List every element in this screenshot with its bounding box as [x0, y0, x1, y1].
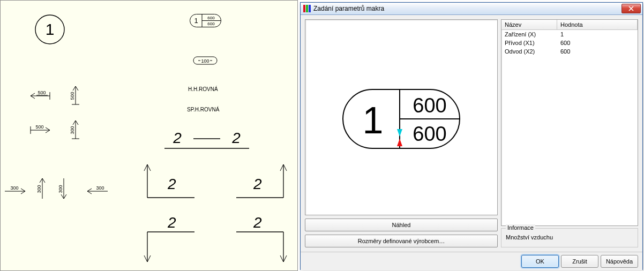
info-groupbox: Informace Množství vzduchu [501, 228, 638, 247]
svg-text:2: 2 [231, 130, 241, 146]
param-value[interactable]: 600 [557, 47, 638, 56]
svg-text:2: 2 [253, 214, 262, 231]
svg-text:300: 300 [70, 126, 75, 134]
arrow-500-left: 500 [25, 88, 55, 103]
svg-text:600: 600 [207, 21, 215, 26]
arrow-300-vert-b: 300 [55, 175, 68, 202]
ok-button[interactable]: OK [521, 255, 559, 268]
svg-text:300: 300 [96, 185, 104, 191]
dialog-footer: OK Zrušit Nápověda [301, 252, 642, 270]
param-name: Odvod (X2) [501, 47, 557, 56]
manufacturer-dimensions-button[interactable]: Rozměry definované výrobcem… [305, 235, 498, 247]
svg-text:2: 2 [167, 214, 176, 231]
label-hh-rovna: H.H.ROVNÁ [188, 86, 218, 92]
dialog-titlebar[interactable]: Zadání parametrů makra [301, 3, 642, 15]
svg-rect-49 [306, 5, 308, 12]
dialog-title: Zadání parametrů makra [313, 5, 384, 12]
preview-device-number: 1 [363, 100, 384, 141]
svg-marker-57 [397, 129, 402, 137]
grid-header-name[interactable]: Název [501, 20, 557, 29]
preview-bottom-value: 600 [413, 123, 446, 145]
svg-marker-56 [397, 139, 402, 146]
symbol-pill-1-600-600: 1 600 600 [189, 13, 222, 29]
grid-row[interactable]: Přívod (X1) 600 [501, 39, 638, 47]
svg-text:300: 300 [10, 185, 18, 191]
param-name: Přívod (X1) [501, 39, 557, 47]
section-arrow-up-right: 2 [231, 159, 290, 202]
svg-text:500: 500 [38, 90, 46, 95]
preview-top-value: 600 [413, 94, 446, 117]
macro-parameters-dialog: Zadání parametrů makra 1 600 600 [300, 2, 643, 270]
svg-text:2: 2 [173, 130, 182, 146]
cancel-button[interactable]: Zrušit [561, 255, 598, 268]
svg-text:300: 300 [58, 185, 63, 193]
help-button[interactable]: Nápověda [601, 255, 638, 268]
parameters-grid[interactable]: Název Hodnota Zařízení (X) 1 Přívod (X1)… [501, 19, 638, 226]
svg-text:600: 600 [207, 16, 215, 20]
arrow-300-vert-a: 300 [34, 175, 47, 202]
cad-palette: 1 1 600 600 100 H.H.ROVNÁ SP.H.ROVNÁ 500… [0, 0, 298, 271]
circle-1-text: 1 [46, 20, 55, 38]
info-legend: Informace [506, 224, 535, 231]
svg-text:2: 2 [167, 176, 176, 192]
svg-rect-50 [309, 5, 311, 12]
preview-button[interactable]: Náhled [305, 219, 498, 231]
section-arrow-down-left: 2 [141, 214, 200, 265]
svg-text:500: 500 [35, 124, 43, 130]
close-icon [628, 6, 634, 11]
svg-text:100: 100 [201, 58, 209, 64]
section-arrow-down-right: 2 [231, 214, 290, 265]
param-name: Zařízení (X) [501, 30, 557, 39]
arrow-300-right: 300 [3, 183, 29, 195]
symbol-circle-1: 1 [34, 13, 66, 46]
info-text: Množství vzduchu [506, 234, 633, 240]
arrow-300-up-b: 300 [68, 117, 83, 142]
param-value[interactable]: 600 [557, 39, 638, 47]
section-2-2: 2 2 [161, 127, 252, 154]
svg-text:1: 1 [194, 17, 198, 25]
svg-text:500: 500 [70, 92, 75, 100]
close-button[interactable] [621, 4, 641, 13]
grid-header-value[interactable]: Hodnota [557, 20, 638, 29]
svg-rect-48 [303, 5, 305, 12]
symbol-pill-100: 100 [193, 56, 218, 66]
grid-row[interactable]: Zařízení (X) 1 [501, 30, 638, 39]
svg-text:2: 2 [253, 176, 262, 192]
preview-canvas: 1 600 600 [305, 19, 498, 215]
grid-header: Název Hodnota [501, 20, 638, 30]
arrow-300-left: 300 [83, 183, 110, 195]
app-icon [303, 4, 311, 13]
label-sp-rovna: SP.H.ROVNÁ [187, 107, 219, 112]
section-arrow-up-left: 2 [141, 159, 200, 202]
grid-row[interactable]: Odvod (X2) 600 [501, 47, 638, 56]
arrow-500-right: 500 [25, 123, 55, 138]
param-value[interactable]: 1 [557, 30, 638, 39]
arrow-500-up: 500 [68, 83, 83, 108]
svg-text:300: 300 [36, 185, 42, 193]
